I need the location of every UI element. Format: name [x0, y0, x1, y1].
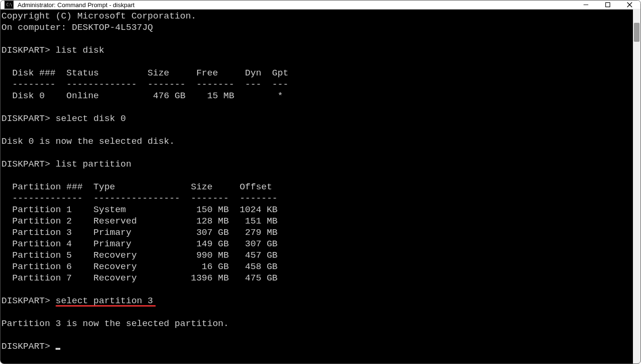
msg-disk-selected: Disk 0 is now the selected disk.	[1, 136, 175, 147]
partition-table-divider: ------------- ---------------- ------- -…	[1, 193, 278, 204]
partition-table-row: Partition 5 Recovery 990 MB 457 GB	[1, 250, 278, 261]
prompt: DISKPART>	[1, 113, 50, 124]
prompt-final: DISKPART>	[1, 341, 56, 352]
prompt: DISKPART>	[1, 159, 50, 169]
partition-table-header: Partition ### Type Size Offset	[1, 182, 272, 192]
command-prompt-window: C:\ Administrator: Command Prompt - disk…	[0, 0, 641, 364]
cmd-list-partition: list partition	[56, 159, 132, 169]
partition-table-row: Partition 2 Reserved 128 MB 151 MB	[1, 216, 278, 226]
partition-table-row: Partition 3 Primary 307 GB 279 MB	[1, 227, 278, 238]
cmd-select-disk: select disk 0	[56, 113, 126, 124]
prompt: DISKPART>	[1, 45, 50, 56]
svg-rect-1	[606, 3, 610, 7]
scrollbar-thumb[interactable]	[634, 23, 640, 42]
minimize-button[interactable]	[575, 0, 597, 9]
partition-table-row: Partition 6 Recovery 16 GB 458 GB	[1, 261, 278, 272]
cursor	[56, 348, 60, 350]
console[interactable]: Copyright (C) Microsoft Corporation. On …	[0, 9, 633, 364]
maximize-button[interactable]	[597, 0, 619, 9]
titlebar[interactable]: C:\ Administrator: Command Prompt - disk…	[0, 0, 641, 9]
window-title: Administrator: Command Prompt - diskpart	[18, 1, 575, 9]
prompt: DISKPART>	[1, 296, 50, 306]
line-on-computer: On computer: DESKTOP-4L537JQ	[1, 22, 153, 33]
cmd-select-partition: select partition 3	[56, 296, 153, 306]
partition-table-row: Partition 7 Recovery 1396 MB 475 GB	[1, 273, 278, 283]
window-controls	[575, 0, 641, 9]
partition-table-row: Partition 4 Primary 149 GB 307 GB	[1, 239, 278, 249]
line-copyright: Copyright (C) Microsoft Corporation.	[1, 11, 196, 21]
cmd-list-disk: list disk	[56, 45, 104, 56]
partition-table-row: Partition 1 System 150 MB 1024 KB	[1, 205, 278, 215]
close-button[interactable]	[619, 0, 641, 9]
red-underline-annotation	[56, 305, 156, 307]
msg-partition-selected: Partition 3 is now the selected partitio…	[1, 318, 229, 329]
cmd-icon: C:\	[4, 0, 14, 9]
disk-table-header: Disk ### Status Size Free Dyn Gpt	[1, 68, 288, 78]
disk-table-divider: -------- ------------- ------- ------- -…	[1, 79, 288, 90]
vertical-scrollbar[interactable]	[633, 9, 641, 364]
disk-table-row: Disk 0 Online 476 GB 15 MB *	[1, 91, 283, 101]
console-area: Copyright (C) Microsoft Corporation. On …	[0, 9, 641, 364]
